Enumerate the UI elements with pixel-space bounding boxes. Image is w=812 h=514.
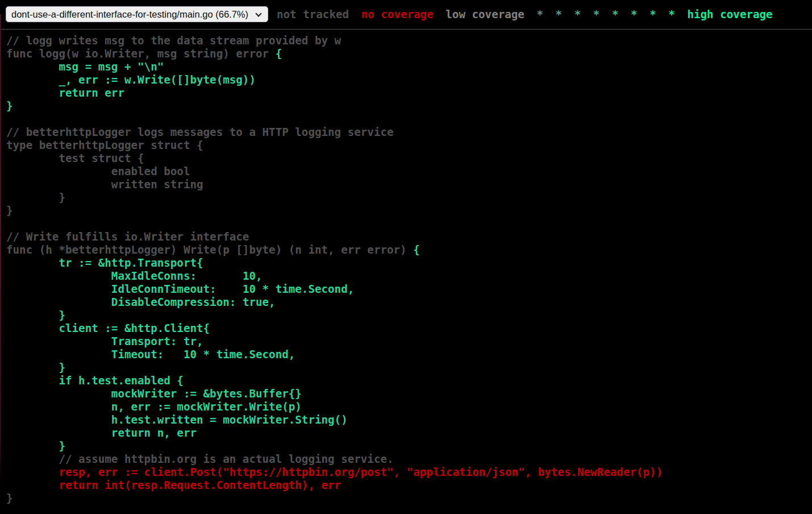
content: // logg writes msg to the data stream pr… <box>0 34 812 505</box>
legend-item: * <box>556 8 563 21</box>
legend-item: * <box>574 8 581 21</box>
legend-item: * <box>649 8 656 21</box>
legend-item: * <box>593 8 600 21</box>
topbar: dont-use-a-different-interface-for-testi… <box>0 0 812 30</box>
code-segment-untracked: // betterhttpLogger logs messages to a H… <box>6 126 413 256</box>
code-segment-covered: { tr := &http.Transport{ MaxIdleConns: 1… <box>6 243 420 453</box>
legend-item: * <box>631 8 638 21</box>
legend-item: low coverage <box>445 8 524 21</box>
file-select-wrap: dont-use-a-different-interface-for-testi… <box>6 6 268 22</box>
code-segment-uncovered: resp, err := client.Post("https://httpbi… <box>6 466 663 492</box>
coverage-legend: not tracked no coverage low coverage * *… <box>274 8 776 21</box>
legend-item: high coverage <box>687 8 772 21</box>
legend-item: * <box>668 8 675 21</box>
legend-item: * <box>536 8 543 21</box>
legend-item: not tracked <box>277 8 349 21</box>
file-select[interactable]: dont-use-a-different-interface-for-testi… <box>6 6 268 22</box>
code-segment-untracked: // logg writes msg to the data stream pr… <box>6 34 341 60</box>
legend-item: no coverage <box>361 8 434 21</box>
code-view: // logg writes msg to the data stream pr… <box>6 34 812 505</box>
legend-item: * <box>612 8 619 21</box>
file-nav: dont-use-a-different-interface-for-testi… <box>6 6 268 22</box>
code-segment-untracked: } <box>6 492 13 505</box>
